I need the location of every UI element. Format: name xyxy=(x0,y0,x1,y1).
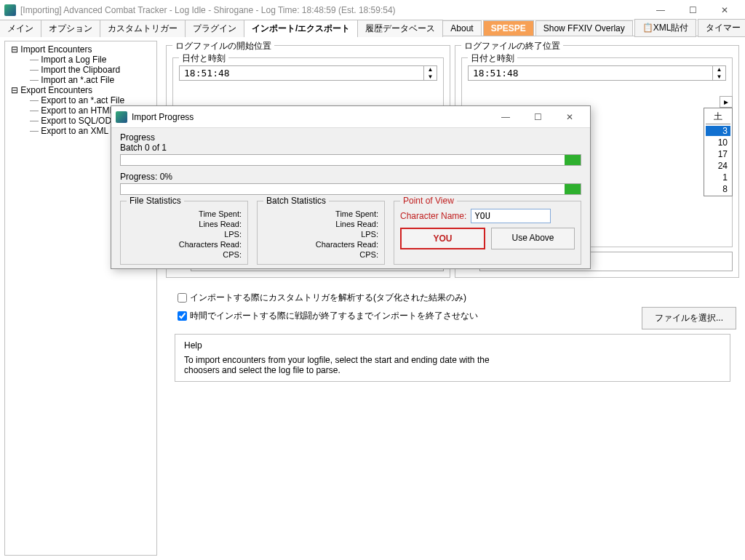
parse-triggers-label: インポートする際にカスタムトリガを解析する(タブ化された結果のみ) xyxy=(190,292,466,304)
you-button[interactable]: YOU xyxy=(400,228,485,249)
window-title: [Importing] Advanced Combat Tracker - Lo… xyxy=(20,5,645,15)
show-overlay-button[interactable]: Show FFXIV Overlay xyxy=(535,20,633,36)
xml-paste-button[interactable]: 📋XML貼付 xyxy=(634,19,697,37)
close-button[interactable]: ✕ xyxy=(709,0,741,20)
batch-progressbar xyxy=(120,154,581,166)
file-statistics-box: File Statistics Time Spent: Lines Read: … xyxy=(120,201,248,265)
tab-customtriggers[interactable]: カスタムトリガー xyxy=(100,20,186,37)
start-time-input[interactable] xyxy=(180,66,423,80)
character-name-label: Character Name: xyxy=(400,211,466,221)
help-box: Help To import encounters from your logf… xyxy=(175,334,730,382)
wait-combat-end-checkbox[interactable] xyxy=(178,311,187,321)
window-titlebar: [Importing] Advanced Combat Tracker - Lo… xyxy=(0,0,745,20)
calendar-next-button[interactable]: ▸ xyxy=(720,96,733,108)
end-time-spinner[interactable]: ▲▼ xyxy=(468,65,726,81)
dialog-maximize-button[interactable]: ☐ xyxy=(522,107,554,127)
end-time-input[interactable] xyxy=(469,66,712,80)
tree-import-logfile[interactable]: Import a Log File xyxy=(30,55,155,65)
start-time-spinner[interactable]: ▲▼ xyxy=(179,65,437,81)
app-icon xyxy=(116,111,127,123)
wait-combat-end-label: 時間でインポートする際に戦闘が終了するまでインポートを終了させない xyxy=(190,310,478,322)
character-name-input[interactable] xyxy=(471,209,551,223)
chevron-up-icon[interactable]: ▲ xyxy=(713,66,725,73)
batch-label: Batch 0 of 1 xyxy=(120,143,581,153)
tab-main[interactable]: メイン xyxy=(0,20,41,37)
dialog-title: Import Progress xyxy=(132,112,490,122)
dialog-close-button[interactable]: ✕ xyxy=(554,107,586,127)
parse-triggers-checkbox[interactable] xyxy=(178,293,187,303)
chevron-up-icon[interactable]: ▲ xyxy=(424,66,437,73)
start-position-title: ログファイルの開始位置 xyxy=(172,40,274,52)
use-above-button[interactable]: Use Above xyxy=(491,228,575,249)
progress-pct: Progress: 0% xyxy=(120,172,581,182)
tab-plugins[interactable]: プラグイン xyxy=(185,20,244,37)
app-icon xyxy=(4,4,16,16)
spespe-button[interactable]: SPESPE xyxy=(483,20,534,36)
tab-history[interactable]: 履歴データベース xyxy=(357,20,443,37)
tree-import-root[interactable]: Import Encounters xyxy=(11,44,155,55)
maximize-button[interactable]: ☐ xyxy=(677,0,709,20)
minimize-button[interactable]: — xyxy=(645,0,677,20)
help-body: To import encounters from your logfile, … xyxy=(184,355,519,375)
paste-icon: 📋 xyxy=(642,23,653,33)
chevron-down-icon[interactable]: ▼ xyxy=(713,73,725,81)
point-of-view-box: Point of View Character Name: YOU Use Ab… xyxy=(394,201,581,265)
tree-import-clipboard[interactable]: Import the Clipboard xyxy=(30,65,155,75)
overall-progressbar xyxy=(120,183,581,195)
tree-export-root[interactable]: Export Encounters xyxy=(11,85,155,95)
batch-statistics-box: Batch Statistics Time Spent: Lines Read:… xyxy=(257,201,385,265)
tab-importexport[interactable]: インポート/エクスポート xyxy=(244,20,358,37)
tree-import-actfile[interactable]: Import an *.act File xyxy=(30,75,155,85)
progress-label: Progress xyxy=(120,132,581,143)
tab-options[interactable]: オプション xyxy=(41,20,100,37)
calendar-partial[interactable]: 土 3 10 17 24 1 8 xyxy=(704,108,733,196)
tree-export-act[interactable]: Export to an *.act File xyxy=(30,95,155,105)
select-file-button[interactable]: ファイルを選択... xyxy=(642,307,736,329)
main-tabbar: メイン オプション カスタムトリガー プラグイン インポート/エクスポート 履歴… xyxy=(0,20,745,36)
help-title: Help xyxy=(184,340,721,351)
timer-button[interactable]: タイマー xyxy=(698,19,745,37)
tab-about[interactable]: About xyxy=(442,20,481,36)
end-position-title: ログファイルの終了位置 xyxy=(461,40,563,52)
chevron-down-icon[interactable]: ▼ xyxy=(424,73,437,81)
import-progress-dialog: Import Progress — ☐ ✕ Progress Batch 0 o… xyxy=(111,105,591,269)
dialog-minimize-button[interactable]: — xyxy=(490,107,522,127)
